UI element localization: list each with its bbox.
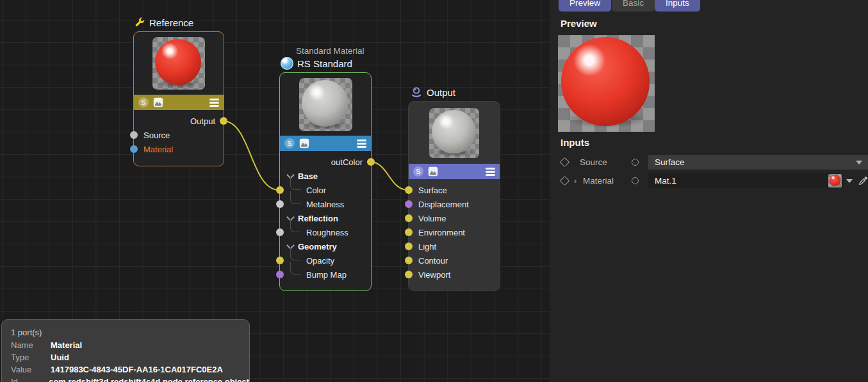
wrench-icon xyxy=(133,17,145,29)
node-menu-icon[interactable] xyxy=(486,168,495,176)
solo-icon[interactable]: S xyxy=(284,138,295,148)
reference-node-title: Reference xyxy=(133,17,193,29)
port-label: Displacement xyxy=(418,200,469,209)
port-row: Light xyxy=(409,239,500,253)
rs-standard-node[interactable]: S outColorBaseColorMetalnessReflectionRo… xyxy=(279,72,372,291)
port-row: Metalness xyxy=(280,197,371,211)
port-label: Output xyxy=(190,116,215,126)
port-dot[interactable] xyxy=(405,186,413,194)
port-label: Roughness xyxy=(306,228,348,237)
port-label: Opacity xyxy=(306,256,334,266)
diamond-port-icon[interactable] xyxy=(560,176,570,186)
port-label: Environment xyxy=(418,228,465,237)
input-label: Material xyxy=(583,176,614,186)
port-label: Material xyxy=(143,145,173,154)
port-label: Surface xyxy=(418,186,447,195)
output-node-icon xyxy=(410,86,423,99)
connection-circle-icon[interactable] xyxy=(632,177,639,184)
port-label: Metalness xyxy=(306,200,344,209)
port-dot[interactable] xyxy=(405,214,413,222)
rs-node-subtitle: Standard Material xyxy=(296,46,364,56)
port-row: outColor xyxy=(280,155,371,169)
attribute-panel: Preview Basic Inputs Preview Inputs Sour… xyxy=(550,0,868,382)
output-node-title: Output xyxy=(410,86,455,99)
tree-branch-line xyxy=(290,177,301,190)
port-label: Color xyxy=(306,186,326,195)
node-graph-canvas[interactable]: Reference S OutputSourceMaterial Standar… xyxy=(0,0,550,382)
tree-branch-line xyxy=(290,248,301,260)
image-preview-icon[interactable] xyxy=(428,166,438,177)
port-row: Environment xyxy=(409,225,500,239)
tooltip-row: Name Material xyxy=(11,339,249,351)
rs-node-ports: outColorBaseColorMetalnessReflectionRoug… xyxy=(280,151,371,282)
solo-icon[interactable]: S xyxy=(413,166,423,177)
diamond-port-icon[interactable] xyxy=(560,157,570,168)
chevron-down-icon[interactable] xyxy=(856,161,862,164)
source-dropdown[interactable]: Surface xyxy=(648,155,868,170)
port-dot[interactable] xyxy=(367,158,375,166)
rs-node-bar: S xyxy=(280,136,371,151)
port-dot[interactable] xyxy=(220,117,227,125)
red-sphere-preview xyxy=(155,39,201,85)
material-thumbnail[interactable] xyxy=(828,174,842,187)
material-field[interactable]: Mat.1 xyxy=(648,173,844,188)
tree-branch-line xyxy=(290,262,301,275)
output-node-preview xyxy=(409,102,500,164)
section-label: Reflection xyxy=(298,214,338,223)
red-sphere-preview xyxy=(561,37,650,126)
port-row: Displacement xyxy=(409,197,500,211)
port-dot[interactable] xyxy=(405,228,413,236)
port-dot[interactable] xyxy=(276,186,284,194)
tab-basic[interactable]: Basic xyxy=(612,0,655,12)
port-dot[interactable] xyxy=(276,228,284,236)
reference-node-bar: S xyxy=(134,95,224,110)
eyedropper-icon[interactable] xyxy=(858,175,868,186)
wire-reference-to-color xyxy=(223,121,279,190)
input-row-source: Source Surface xyxy=(550,155,868,170)
input-row-material: › Material Mat.1 xyxy=(550,173,868,188)
port-label: Volume xyxy=(418,214,446,223)
rs-node-preview xyxy=(280,73,371,136)
expand-chevron-icon[interactable]: › xyxy=(574,177,577,186)
port-row: Output xyxy=(134,114,224,128)
port-dot[interactable] xyxy=(405,257,413,264)
blue-sphere-icon xyxy=(281,57,293,70)
image-preview-icon[interactable] xyxy=(153,97,163,107)
red-sphere-preview xyxy=(830,175,841,186)
port-row: Contour xyxy=(409,253,500,267)
port-row: Viewport xyxy=(409,267,500,282)
port-dot[interactable] xyxy=(276,200,284,208)
port-dot[interactable] xyxy=(276,271,284,278)
tooltip-row: Type Uuid xyxy=(11,351,249,363)
node-menu-icon[interactable] xyxy=(357,139,366,148)
output-node-ports: SurfaceDisplacementVolumeEnvironmentLigh… xyxy=(409,179,500,282)
port-dot[interactable] xyxy=(405,200,413,208)
tab-preview[interactable]: Preview xyxy=(559,0,611,12)
reference-node[interactable]: S OutputSourceMaterial xyxy=(133,31,224,166)
node-menu-icon[interactable] xyxy=(209,99,219,107)
chevron-down-icon[interactable] xyxy=(846,179,853,183)
solo-icon[interactable]: S xyxy=(138,97,149,107)
tree-branch-line xyxy=(290,191,301,204)
port-label: Contour xyxy=(418,256,448,266)
port-label: Bump Map xyxy=(306,270,347,280)
port-dot[interactable] xyxy=(276,257,284,264)
port-dot[interactable] xyxy=(130,131,138,139)
port-label: Source xyxy=(143,131,170,140)
port-row: Surface xyxy=(409,183,500,197)
port-dot[interactable] xyxy=(405,243,413,250)
reference-node-ports: OutputSourceMaterial xyxy=(134,110,224,156)
output-node[interactable]: S SurfaceDisplacementVolumeEnvironmentLi… xyxy=(408,101,500,291)
port-dot[interactable] xyxy=(405,271,413,278)
material-preview-image xyxy=(558,35,655,132)
tooltip-row: Id com.redshift3d.redshift4c4d.node.refe… xyxy=(11,376,249,382)
port-dot[interactable] xyxy=(130,145,138,153)
image-preview-icon[interactable] xyxy=(299,138,309,148)
port-label: Light xyxy=(418,242,436,251)
tab-inputs[interactable]: Inputs xyxy=(655,0,700,12)
input-label: Source xyxy=(580,157,607,167)
inputs-heading: Inputs xyxy=(561,137,589,148)
tree-branch-line xyxy=(290,219,301,232)
port-row: Bump Map xyxy=(280,267,371,282)
connection-circle-icon[interactable] xyxy=(632,159,639,166)
